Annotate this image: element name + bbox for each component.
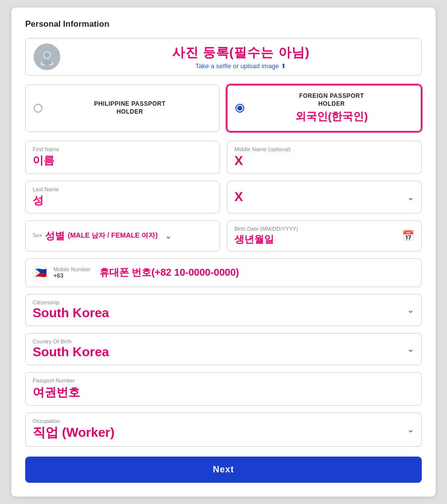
citizenship-chevron-icon: ⌄ — [407, 304, 414, 315]
foreign-radio[interactable] — [235, 104, 244, 113]
photo-info: 사진 등록(필수는 아님) Take a selfie or upload im… — [68, 44, 413, 70]
foreign-label: FOREIGN PASSPORTHOLDER — [250, 92, 413, 108]
page-title: Personal Information — [25, 19, 422, 29]
country-birth-label: Country Of Birth — [33, 338, 109, 344]
sex-value: 성별 — [45, 229, 65, 243]
last-name-x-field[interactable]: X ⌄ — [227, 181, 422, 213]
avatar — [34, 43, 60, 70]
next-button[interactable]: Next — [25, 457, 422, 483]
calendar-icon: 📅 — [402, 230, 414, 242]
citizenship-value: South Korea — [33, 305, 109, 321]
middle-name-label: Middle Name (optional) — [234, 146, 414, 152]
first-name-field[interactable]: First Name 이름 — [25, 141, 220, 174]
passport-number-field[interactable]: Passport Number 여권번호 — [25, 372, 422, 406]
last-name-value: 성 — [33, 193, 213, 208]
philippine-label: PHILIPPINE PASSPORTHOLDER — [48, 100, 211, 116]
occupation-chevron-icon: ⌄ — [407, 424, 414, 435]
foreign-label-korean: 외국인(한국인) — [250, 109, 413, 124]
last-name-label: Last Name — [33, 186, 213, 192]
country-birth-field[interactable]: Country Of Birth South Korea ⌄ — [25, 333, 422, 365]
passport-number-value: 여권번호 — [33, 384, 414, 400]
flag-icon: 🇵🇭 — [33, 265, 48, 281]
photo-section: 사진 등록(필수는 아님) Take a selfie or upload im… — [25, 38, 422, 76]
citizenship-field[interactable]: Citizenship South Korea ⌄ — [25, 294, 422, 326]
photo-subtitle: Take a selfie or upload image ⬆ — [195, 62, 286, 70]
last-name-field[interactable]: Last Name 성 — [25, 181, 220, 213]
sex-field[interactable]: Sex 성별 (MALE 남자 / FEMALE 여자) ⌄ — [25, 220, 220, 252]
occupation-field[interactable]: Occupation 직업 (Worker) ⌄ — [25, 413, 422, 447]
occupation-label: Occupation — [33, 418, 115, 424]
sex-label: Sex — [33, 232, 42, 238]
birth-label: Birth Date (MM/DD/YYYY) — [234, 226, 298, 232]
svg-point-3 — [42, 60, 52, 65]
occupation-value: 직업 (Worker) — [33, 424, 115, 441]
personal-info-card: Personal Information 사진 등록(필수는 아님) Take … — [11, 7, 436, 497]
mobile-field[interactable]: 🇵🇭 Mobile Number +63 휴대폰 번호(+82 10-0000-… — [25, 258, 422, 287]
lastname-row: Last Name 성 X ⌄ — [25, 181, 422, 213]
philippine-passport-option[interactable]: PHILIPPINE PASSPORTHOLDER — [25, 84, 220, 131]
citizenship-label: Citizenship — [33, 299, 109, 305]
middle-name-field[interactable]: Middle Name (optional) X — [227, 141, 422, 174]
sex-chevron-icon: ⌄ — [165, 230, 172, 241]
passport-number-label: Passport Number — [33, 378, 414, 383]
last-name-x-value: X — [234, 189, 243, 205]
first-name-value: 이름 — [33, 153, 213, 168]
sex-options: (MALE 남자 / FEMALE 여자) — [68, 231, 158, 240]
mobile-code: +63 — [53, 272, 90, 279]
sex-birth-row: Sex 성별 (MALE 남자 / FEMALE 여자) ⌄ Birth Dat… — [25, 220, 422, 252]
svg-point-2 — [44, 52, 49, 58]
country-birth-value: South Korea — [33, 344, 109, 360]
foreign-passport-option[interactable]: FOREIGN PASSPORTHOLDER 외국인(한국인) — [226, 84, 422, 131]
philippine-radio[interactable] — [34, 104, 43, 113]
mobile-label: Mobile Number — [53, 266, 90, 272]
passport-type-selection: PHILIPPINE PASSPORTHOLDER FOREIGN PASSPO… — [25, 84, 422, 131]
name-row: First Name 이름 Middle Name (optional) X — [25, 141, 422, 174]
first-name-label: First Name — [33, 146, 213, 152]
birth-value: 생년월일 — [234, 233, 298, 246]
middle-name-value: X — [234, 153, 414, 168]
photo-title-korean: 사진 등록(필수는 아님) — [172, 44, 310, 61]
birth-date-field[interactable]: Birth Date (MM/DD/YYYY) 생년월일 📅 — [227, 220, 422, 252]
mobile-value: 휴대폰 번호(+82 10-0000-0000) — [99, 266, 239, 279]
last-name-chevron-icon: ⌄ — [407, 192, 414, 203]
country-birth-chevron-icon: ⌄ — [407, 343, 414, 354]
